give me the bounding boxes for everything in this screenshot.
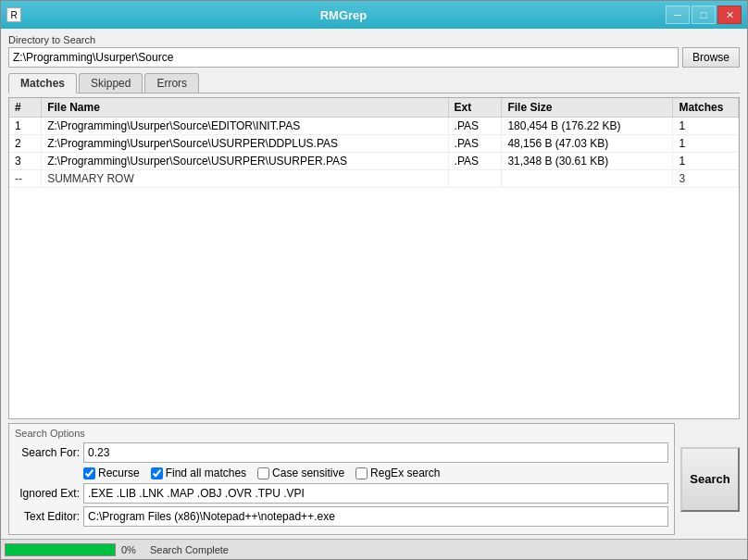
maximize-button[interactable]: □ <box>692 6 716 24</box>
table-row[interactable]: 1 Z:\Programming\Usurper\Source\EDITOR\I… <box>9 118 739 135</box>
case-sensitive-checkbox-label[interactable]: Case sensitive <box>257 467 344 479</box>
results-table: # File Name Ext File Size Matches 1 Z:\P… <box>9 98 739 188</box>
summary-filesize <box>502 170 673 188</box>
main-content: Directory to Search Browse Matches Skipp… <box>1 29 747 539</box>
window-title: RMGrep <box>21 8 666 22</box>
ignored-ext-row: Ignored Ext: <box>15 483 668 504</box>
status-percent: 0% <box>121 544 144 555</box>
col-header-matches: Matches <box>673 98 739 118</box>
recurse-checkbox-label[interactable]: Recurse <box>83 467 140 479</box>
summary-matches: 3 <box>673 170 739 188</box>
cell-num: 3 <box>9 153 42 170</box>
window-controls: ─ □ ✕ <box>666 6 742 24</box>
table-body: 1 Z:\Programming\Usurper\Source\EDITOR\I… <box>9 118 739 188</box>
cell-filesize: 48,156 B (47.03 KB) <box>502 135 673 153</box>
title-bar: R RMGrep ─ □ ✕ <box>1 1 747 29</box>
table-row[interactable]: 2 Z:\Programming\Usurper\Source\USURPER\… <box>9 135 739 153</box>
summary-ext <box>448 170 502 188</box>
tab-matches[interactable]: Matches <box>8 73 77 93</box>
col-header-size: File Size <box>502 98 673 118</box>
find-all-matches-checkbox-label[interactable]: Find all matches <box>151 467 246 479</box>
summary-num: -- <box>9 170 42 188</box>
cell-ext: .PAS <box>448 135 502 153</box>
progress-bar-container <box>5 543 116 556</box>
cell-matches: 1 <box>673 135 739 153</box>
search-for-row: Search For: <box>15 442 668 463</box>
search-for-input[interactable] <box>83 442 668 463</box>
cell-num: 1 <box>9 118 42 135</box>
checkbox-row: Recurse Find all matches Case sensitive … <box>15 467 668 479</box>
col-header-num: # <box>9 98 42 118</box>
text-editor-label: Text Editor: <box>15 510 80 523</box>
bottom-section: Search Options Search For: Recurse Find … <box>8 423 740 535</box>
cell-filesize: 31,348 B (30.61 KB) <box>502 153 673 170</box>
table-header: # File Name Ext File Size Matches <box>9 98 739 118</box>
ignored-ext-input[interactable] <box>83 483 668 504</box>
directory-input[interactable] <box>8 47 679 68</box>
tab-skipped[interactable]: Skipped <box>79 73 143 93</box>
directory-label: Directory to Search <box>8 34 740 45</box>
summary-label: SUMMARY ROW <box>42 170 448 188</box>
cell-filename: Z:\Programming\Usurper\Source\USURPER\DD… <box>42 135 448 153</box>
search-button[interactable]: Search <box>680 447 740 512</box>
cell-matches: 1 <box>673 118 739 135</box>
browse-button[interactable]: Browse <box>682 47 740 68</box>
cell-filesize: 180,454 B (176.22 KB) <box>502 118 673 135</box>
search-button-container: Search <box>680 423 740 535</box>
case-sensitive-label: Case sensitive <box>272 467 344 479</box>
directory-row: Browse <box>8 47 740 68</box>
status-text: Search Complete <box>150 544 229 555</box>
find-all-matches-label: Find all matches <box>166 467 246 479</box>
find-all-matches-checkbox[interactable] <box>151 467 163 479</box>
cell-ext: .PAS <box>448 153 502 170</box>
regex-search-label: RegEx search <box>370 467 440 479</box>
cell-filename: Z:\Programming\Usurper\Source\EDITOR\INI… <box>42 118 448 135</box>
recurse-label: Recurse <box>98 467 140 479</box>
cell-filename: Z:\Programming\Usurper\Source\USURPER\US… <box>42 153 448 170</box>
col-header-ext: Ext <box>448 98 502 118</box>
results-area: # File Name Ext File Size Matches 1 Z:\P… <box>8 97 740 419</box>
app-icon: R <box>6 7 21 22</box>
minimize-button[interactable]: ─ <box>666 6 690 24</box>
cell-num: 2 <box>9 135 42 153</box>
close-button[interactable]: ✕ <box>717 6 742 24</box>
search-options-panel: Search Options Search For: Recurse Find … <box>8 423 675 535</box>
main-window: R RMGrep ─ □ ✕ Directory to Search Brows… <box>0 0 748 560</box>
regex-search-checkbox-label[interactable]: RegEx search <box>355 467 440 479</box>
search-options-label: Search Options <box>15 428 668 439</box>
tab-errors[interactable]: Errors <box>144 73 199 93</box>
ignored-ext-label: Ignored Ext: <box>15 487 80 500</box>
status-bar: 0% Search Complete <box>1 539 747 559</box>
tabs-container: Matches Skipped Errors <box>8 73 740 93</box>
case-sensitive-checkbox[interactable] <box>257 467 269 479</box>
search-for-label: Search For: <box>15 446 80 459</box>
progress-bar-fill <box>6 544 115 555</box>
regex-search-checkbox[interactable] <box>355 467 368 479</box>
cell-matches: 1 <box>673 153 739 170</box>
directory-section: Directory to Search Browse <box>8 34 740 68</box>
app-icon-letter: R <box>10 10 17 20</box>
table-row[interactable]: 3 Z:\Programming\Usurper\Source\USURPER\… <box>9 153 739 170</box>
summary-row: -- SUMMARY ROW 3 <box>9 170 739 188</box>
cell-ext: .PAS <box>448 118 502 135</box>
text-editor-input[interactable] <box>83 506 668 527</box>
text-editor-row: Text Editor: <box>15 506 668 527</box>
col-header-filename: File Name <box>42 98 448 118</box>
recurse-checkbox[interactable] <box>83 467 95 479</box>
